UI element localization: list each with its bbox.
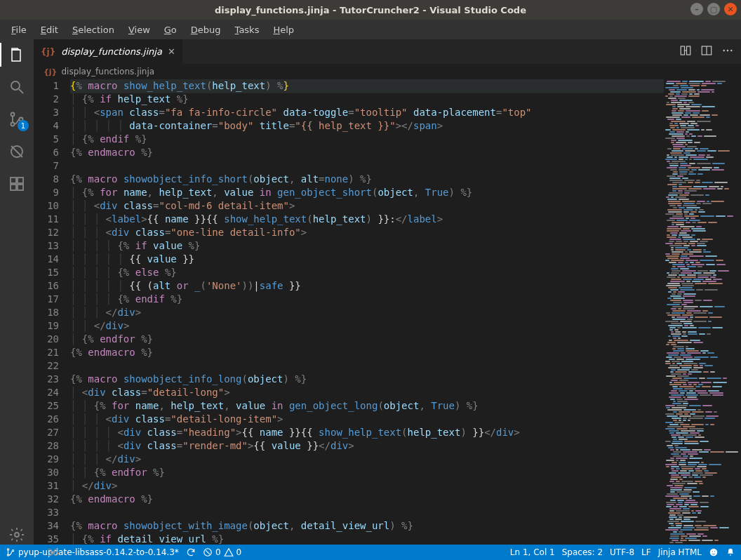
line-number[interactable]: 3	[34, 106, 59, 119]
code-line[interactable]	[70, 359, 664, 373]
code-line[interactable]: │ <div class="detail-long">	[70, 386, 664, 399]
window-maximize-button[interactable]: ▢	[707, 3, 720, 15]
code-line[interactable]: │ │ │ │ │ {{ (alt or _('None'))|safe }}	[70, 279, 664, 293]
line-number[interactable]: 12	[34, 226, 59, 239]
window-close-button[interactable]: ✕	[724, 3, 737, 15]
settings-gear-icon[interactable]	[7, 525, 27, 545]
encoding-item[interactable]: UTF-8	[610, 547, 634, 557]
menu-view[interactable]: View	[123, 23, 156, 36]
code-line[interactable]: │ │ </div>	[70, 319, 664, 333]
line-number[interactable]: 7	[34, 159, 59, 173]
extensions-icon[interactable]	[7, 174, 27, 194]
code-line[interactable]: │ │ <div class="col-md-6 detail-item">	[70, 199, 664, 213]
split-editor-icon[interactable]	[700, 44, 713, 60]
notifications-icon[interactable]	[726, 547, 735, 557]
code-line[interactable]: │ │ │ │ {% if value %}	[70, 239, 664, 253]
code-line[interactable]: │ {% if help_text %}	[70, 93, 664, 106]
code-line[interactable]: │ │ │ </div>	[70, 306, 664, 319]
menu-tasks[interactable]: Tasks	[229, 23, 265, 36]
code-line[interactable]: │ │ <span class="fa fa-info-circle" data…	[70, 106, 664, 119]
window-minimize-button[interactable]: –	[690, 3, 703, 15]
compare-changes-icon[interactable]	[679, 44, 692, 60]
more-actions-icon[interactable]	[721, 44, 734, 60]
code-line[interactable]: {% macro showobject_info_short(object, a…	[70, 173, 664, 186]
line-number[interactable]: 30	[34, 466, 59, 479]
search-icon[interactable]	[7, 77, 27, 97]
code-line[interactable]: │ │ {% endfor %}	[70, 466, 664, 479]
code-line[interactable]: {% endmacro %}	[70, 493, 664, 506]
code-line[interactable]	[70, 506, 664, 519]
line-number[interactable]: 20	[34, 333, 59, 346]
line-number[interactable]: 11	[34, 213, 59, 226]
code-line[interactable]: │ │ │ │ {% else %}	[70, 266, 664, 279]
line-number[interactable]: 5	[34, 133, 59, 146]
code-editor[interactable]: {% macro show_help_text(help_text) %}│ {…	[70, 79, 664, 545]
line-number[interactable]: 17	[34, 293, 59, 306]
debug-icon[interactable]	[7, 142, 27, 161]
menu-file[interactable]: File	[6, 23, 32, 36]
line-number[interactable]: 14	[34, 253, 59, 266]
code-line[interactable]: │ │ │ │ {% endif %}	[70, 293, 664, 306]
line-number[interactable]: 1	[34, 79, 59, 93]
line-number[interactable]: 9	[34, 186, 59, 199]
menu-selection[interactable]: Selection	[67, 23, 120, 36]
line-number[interactable]: 16	[34, 279, 59, 293]
code-line[interactable]: │ │ │ <label>{{ name }}{{ show_help_text…	[70, 213, 664, 226]
indentation-item[interactable]: Spaces: 2	[562, 547, 603, 557]
code-line[interactable]: │ {% if detail_view_url %}	[70, 533, 664, 545]
tab-close-icon[interactable]: ✕	[168, 46, 175, 57]
code-line[interactable]: │ │ │ │ │ {{ value }}	[70, 253, 664, 266]
line-number[interactable]: 35	[34, 533, 59, 546]
language-mode[interactable]: Jinja HTML	[658, 547, 702, 557]
cursor-position[interactable]: Ln 1, Col 1	[510, 547, 555, 557]
line-number[interactable]: 26	[34, 413, 59, 426]
code-line[interactable]: {% endmacro %}	[70, 346, 664, 359]
problems-item[interactable]: 0 0	[203, 547, 241, 557]
line-number[interactable]: 18	[34, 306, 59, 319]
line-number[interactable]: 2	[34, 93, 59, 106]
line-number[interactable]: 8	[34, 173, 59, 186]
line-number[interactable]: 21	[34, 346, 59, 359]
menu-go[interactable]: Go	[159, 23, 182, 36]
line-number[interactable]: 34	[34, 519, 59, 533]
line-number[interactable]: 25	[34, 399, 59, 413]
code-line[interactable]: {% macro show_help_text(help_text) %}	[70, 79, 664, 93]
git-branch-item[interactable]: pyup-update-libsass-0.14.2-to-0.14.3*	[6, 547, 179, 557]
line-number[interactable]: 13	[34, 239, 59, 253]
code-line[interactable]: │ {% endif %}	[70, 133, 664, 146]
menu-debug[interactable]: Debug	[185, 23, 227, 36]
line-number[interactable]: 10	[34, 199, 59, 213]
code-line[interactable]: │ │ │ │ <div class="heading">{{ name }}{…	[70, 426, 664, 439]
code-line[interactable]: │ {% endfor %}	[70, 333, 664, 346]
breadcrumb[interactable]: {j} display_functions.jinja	[34, 64, 741, 79]
menu-edit[interactable]: Edit	[35, 23, 64, 36]
code-line[interactable]: │ │ │ <div class="one-line detail-info">	[70, 226, 664, 239]
sync-icon[interactable]	[186, 547, 196, 557]
code-line[interactable]: │ │ {% for name, help_text, value in gen…	[70, 399, 664, 413]
code-line[interactable]: │ {% for name, help_text, value in gen_o…	[70, 186, 664, 199]
code-line[interactable]: │ │ │ │ <div class="render-md">{{ value …	[70, 439, 664, 453]
line-number[interactable]: 27	[34, 426, 59, 439]
eol-item[interactable]: LF	[641, 547, 651, 557]
code-line[interactable]: │ │ │ </div>	[70, 453, 664, 466]
line-number[interactable]: 24	[34, 386, 59, 399]
line-number[interactable]: 33	[34, 506, 59, 519]
source-control-icon[interactable]: 1	[7, 109, 27, 129]
line-number[interactable]: 36	[34, 546, 59, 559]
code-line[interactable]: {% macro showobject_info_long(object) %}	[70, 373, 664, 386]
line-number[interactable]: 29	[34, 453, 59, 466]
line-number[interactable]: 4	[34, 119, 59, 133]
line-number[interactable]: 23	[34, 373, 59, 386]
line-number[interactable]: 32	[34, 493, 59, 506]
minimap[interactable]	[664, 79, 741, 545]
code-line[interactable]: │ │ │ <div class="detail-long-item">	[70, 413, 664, 426]
tab-display-functions[interactable]: {j} display_functions.jinja ✕	[34, 39, 183, 64]
code-line[interactable]: │ </div>	[70, 479, 664, 493]
line-number[interactable]: 19	[34, 319, 59, 333]
line-number[interactable]: 15	[34, 266, 59, 279]
line-number[interactable]: 22	[34, 359, 59, 373]
code-line[interactable]: {% endmacro %}	[70, 146, 664, 159]
explorer-icon[interactable]	[7, 45, 27, 65]
line-number-gutter[interactable]: 1234567891011121314151617181920212223242…	[34, 79, 70, 545]
line-number[interactable]: 28	[34, 439, 59, 453]
